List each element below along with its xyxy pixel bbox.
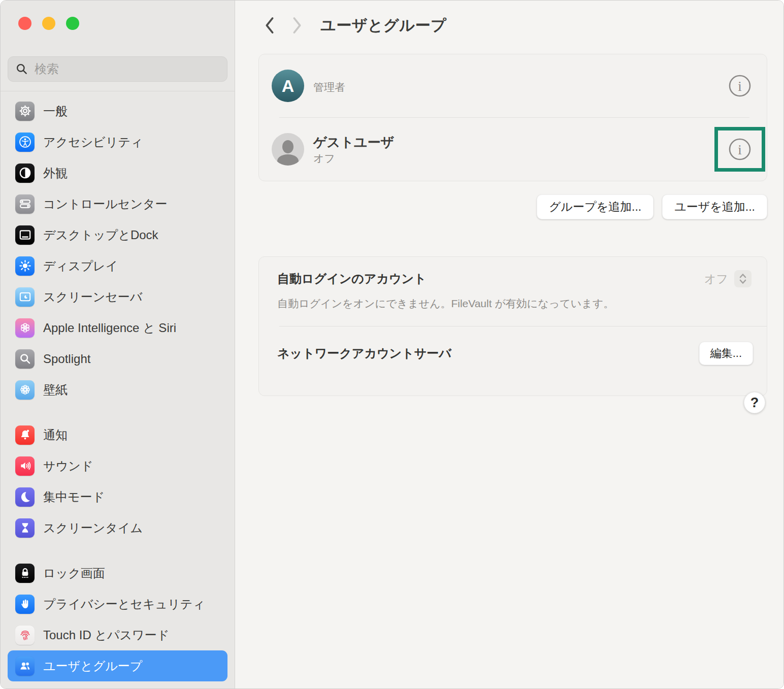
page-title: ユーザとグループ: [320, 15, 446, 36]
sidebar-group: 一般アクセシビリティ外観コントロールセンターデスクトップとDockディスプレイス…: [8, 95, 227, 405]
moon-icon: [15, 487, 35, 507]
users-icon: [15, 657, 35, 676]
sidebar-item-privacy[interactable]: プライバシーとセキュリティ: [8, 588, 227, 619]
main-content: ユーザとグループ A 管理者 i: [235, 1, 783, 688]
accessibility-icon: [15, 133, 35, 152]
sidebar-item-label: 外観: [43, 165, 68, 181]
bell-icon: [15, 425, 35, 445]
sidebar-item-display[interactable]: ディスプレイ: [8, 250, 227, 281]
sidebar-item-touch-id[interactable]: Touch ID とパスワード: [8, 619, 227, 650]
sidebar-item-lock-screen[interactable]: ロック画面: [8, 557, 227, 588]
search-area: [1, 30, 235, 91]
screensaver-icon: [15, 287, 35, 307]
search-field[interactable]: [8, 56, 227, 82]
sidebar-item-control-center[interactable]: コントロールセンター: [8, 188, 227, 219]
hourglass-icon: [15, 518, 35, 538]
annotation-highlight-box: [714, 127, 765, 172]
sidebar-item-accessibility[interactable]: アクセシビリティ: [8, 126, 227, 157]
guest-name: ゲストユーザ: [313, 135, 394, 150]
close-button[interactable]: [18, 17, 31, 30]
guest-info-button[interactable]: i: [728, 138, 752, 161]
sidebar-item-sound[interactable]: サウンド: [8, 450, 227, 481]
back-button[interactable]: [258, 14, 281, 37]
sidebar-item-label: 集中モード: [43, 489, 105, 505]
appearance-icon: [15, 163, 35, 183]
hand-icon: [15, 595, 35, 614]
sidebar-item-label: サウンド: [43, 458, 93, 474]
sidebar-item-desktop-dock[interactable]: デスクトップとDock: [8, 219, 227, 250]
question-mark-icon: ?: [750, 395, 759, 411]
svg-text:i: i: [738, 79, 742, 94]
speaker-icon: [15, 456, 35, 476]
sidebar-item-screen-time[interactable]: スクリーンタイム: [8, 512, 227, 543]
sidebar-item-label: スクリーンセーバ: [43, 289, 142, 305]
gear-icon: [15, 102, 35, 121]
account-actions: グループを追加... ユーザを追加...: [258, 194, 767, 219]
intelligence-icon: [15, 318, 35, 338]
auto-login-label: 自動ログインのアカウント: [277, 271, 427, 287]
sidebar-item-label: デスクトップとDock: [43, 227, 158, 243]
sidebar-item-label: スクリーンタイム: [43, 520, 143, 536]
sidebar-item-label: ディスプレイ: [43, 258, 118, 274]
sidebar-item-label: Touch ID とパスワード: [43, 627, 169, 643]
admin-avatar: A: [272, 70, 304, 102]
info-icon: i: [728, 74, 752, 97]
wallpaper-icon: [15, 380, 35, 400]
guest-account-row[interactable]: ゲストユーザ オフ i: [259, 118, 767, 181]
sidebar-item-general[interactable]: 一般: [8, 95, 227, 126]
sidebar-item-label: 通知: [43, 427, 68, 443]
spotlight-icon: [15, 349, 35, 369]
sidebar: 一般アクセシビリティ外観コントロールセンターデスクトップとDockディスプレイス…: [1, 1, 235, 688]
header: ユーザとグループ: [258, 14, 767, 37]
sidebar-item-label: Apple Intelligence と Siri: [43, 320, 176, 336]
guest-avatar: [272, 133, 304, 166]
add-user-button[interactable]: ユーザを追加...: [662, 194, 767, 219]
sidebar-item-label: プライバシーとセキュリティ: [43, 596, 205, 612]
auto-login-value: オフ: [704, 271, 728, 287]
auto-login-stepper[interactable]: [734, 270, 752, 287]
chevron-left-icon: [264, 17, 276, 34]
desktop-dock-icon: [15, 225, 35, 245]
chevron-right-icon: [291, 17, 303, 34]
sidebar-item-screensaver[interactable]: スクリーンセーバ: [8, 281, 227, 312]
sidebar-group: 通知サウンド集中モードスクリーンタイム: [8, 419, 227, 543]
users-card: A 管理者 i ゲ: [258, 54, 767, 181]
zoom-button[interactable]: [66, 17, 79, 30]
sidebar-item-label: 壁紙: [43, 382, 68, 398]
sidebar-item-spotlight[interactable]: Spotlight: [8, 343, 227, 374]
admin-role: 管理者: [313, 81, 345, 93]
admin-account-row[interactable]: A 管理者 i: [259, 54, 767, 117]
sidebar-item-apple-intelligence[interactable]: Apple Intelligence と Siri: [8, 312, 227, 343]
system-settings-window: 一般アクセシビリティ外観コントロールセンターデスクトップとDockディスプレイス…: [0, 0, 784, 689]
sidebar-nav: 一般アクセシビリティ外観コントロールセンターデスクトップとDockディスプレイス…: [1, 91, 235, 688]
sidebar-group: ロック画面プライバシーとセキュリティTouch ID とパスワードユーザとグルー…: [8, 557, 227, 681]
admin-info-button[interactable]: i: [728, 74, 752, 97]
auto-login-description: 自動ログインをオンにできません。FileVault が有効になっています。: [277, 297, 752, 311]
sidebar-item-users-groups[interactable]: ユーザとグループ: [8, 650, 227, 681]
traffic-lights: [1, 1, 235, 30]
fingerprint-icon: [15, 626, 35, 645]
sidebar-item-notifications[interactable]: 通知: [8, 419, 227, 450]
sidebar-item-label: ロック画面: [43, 565, 105, 581]
display-icon: [15, 256, 35, 276]
minimize-button[interactable]: [42, 17, 55, 30]
sidebar-item-label: アクセシビリティ: [43, 134, 143, 150]
sidebar-item-label: ユーザとグループ: [43, 658, 142, 674]
avatar-letter: A: [282, 76, 295, 96]
add-group-button[interactable]: グループを追加...: [537, 194, 654, 219]
sidebar-item-label: コントロールセンター: [43, 196, 168, 212]
sidebar-item-appearance[interactable]: 外観: [8, 157, 227, 188]
lock-icon: [15, 564, 35, 583]
search-icon: [15, 62, 28, 76]
sidebar-item-label: 一般: [43, 103, 68, 119]
network-server-label: ネットワークアカウントサーバ: [277, 345, 451, 362]
sidebar-item-label: Spotlight: [43, 352, 90, 366]
help-button[interactable]: ?: [744, 392, 765, 413]
search-input[interactable]: [35, 62, 220, 76]
login-settings-card: 自動ログインのアカウント オフ 自動ログインをオンにできません。FileVaul…: [258, 256, 767, 396]
edit-network-server-button[interactable]: 編集...: [699, 342, 753, 365]
guest-status: オフ: [313, 152, 394, 165]
forward-button[interactable]: [286, 14, 308, 37]
sidebar-item-focus[interactable]: 集中モード: [8, 481, 227, 512]
sidebar-item-wallpaper[interactable]: 壁紙: [8, 374, 227, 405]
